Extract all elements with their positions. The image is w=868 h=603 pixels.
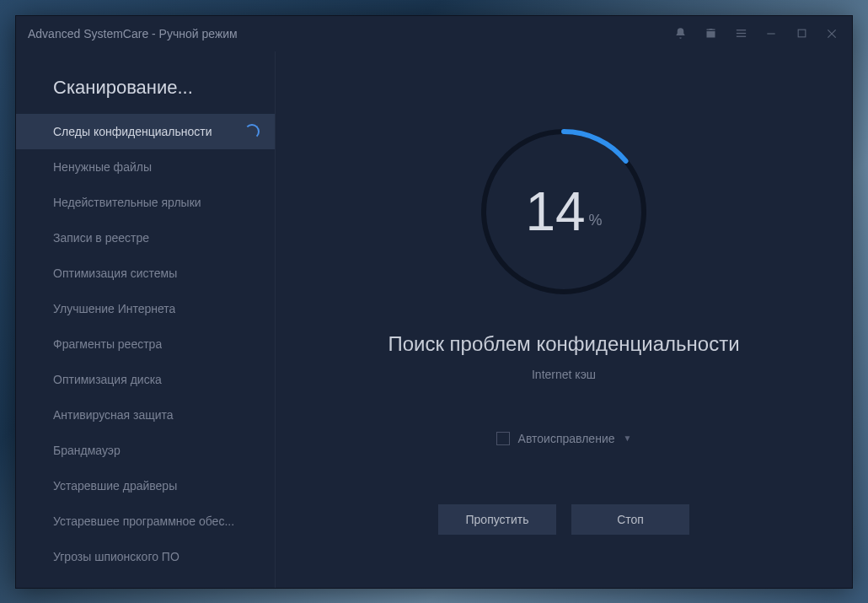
- buttons-row: Пропустить Стоп: [438, 504, 689, 535]
- sidebar-item-sysflaws[interactable]: Недостатки системы: [16, 574, 275, 588]
- spinner-icon: [244, 124, 260, 139]
- sidebar-item-label: Ненужные файлы: [53, 160, 152, 174]
- sidebar-item-label: Устаревшие драйверы: [53, 479, 177, 493]
- window-controls: [667, 20, 845, 47]
- svg-rect-2: [736, 36, 745, 37]
- sidebar-item-label: Оптимизация диска: [53, 373, 162, 386]
- maximize-icon[interactable]: [788, 20, 815, 47]
- sidebar-item-spyware[interactable]: Угрозы шпионского ПО: [16, 539, 275, 574]
- bell-icon[interactable]: [667, 20, 694, 47]
- svg-rect-1: [736, 33, 745, 34]
- sidebar-item-sysopt[interactable]: Оптимизация системы: [16, 256, 275, 291]
- sidebar-item-label: Записи в реестре: [53, 231, 149, 245]
- chevron-down-icon[interactable]: ▼: [624, 433, 632, 443]
- autofix-row: Автоисправление ▼: [496, 432, 632, 445]
- sidebar-item-regfrag[interactable]: Фрагменты реестра: [16, 326, 275, 362]
- main-panel: 14 % Поиск проблем конфиденциальности In…: [276, 51, 852, 588]
- sidebar-item-label: Следы конфиденциальности: [53, 125, 212, 138]
- scan-detail: Internet кэш: [532, 368, 596, 381]
- sidebar-item-firewall[interactable]: Брандмауэр: [16, 433, 275, 468]
- briefcase-icon[interactable]: [697, 20, 724, 47]
- sidebar: Сканирование... Следы конфиденциальности…: [16, 51, 276, 588]
- skip-button[interactable]: Пропустить: [438, 504, 556, 535]
- scan-status: Поиск проблем конфиденциальности: [388, 332, 739, 356]
- progress-center: 14 %: [475, 123, 652, 300]
- svg-rect-0: [736, 30, 745, 30]
- autofix-label: Автоисправление: [518, 432, 615, 445]
- sidebar-item-registry[interactable]: Записи в реестре: [16, 220, 275, 256]
- sidebar-title: Сканирование...: [16, 68, 275, 114]
- autofix-checkbox[interactable]: [496, 432, 510, 445]
- sidebar-item-software[interactable]: Устаревшее программное обес...: [16, 503, 275, 539]
- titlebar: Advanced SystemCare - Ручной режим: [16, 16, 852, 51]
- sidebar-item-label: Оптимизация системы: [53, 267, 177, 280]
- close-icon[interactable]: [818, 20, 845, 47]
- sidebar-items: Следы конфиденциальности Ненужные файлы …: [16, 114, 275, 588]
- menu-icon[interactable]: [727, 20, 754, 47]
- sidebar-item-label: Недостатки системы: [53, 585, 166, 588]
- sidebar-item-privacy[interactable]: Следы конфиденциальности: [16, 114, 275, 149]
- svg-rect-4: [798, 30, 806, 37]
- sidebar-item-internet[interactable]: Улучшение Интернета: [16, 291, 275, 326]
- sidebar-item-label: Антивирусная защита: [53, 408, 174, 422]
- sidebar-item-label: Недействительные ярлыки: [53, 196, 201, 209]
- sidebar-item-label: Улучшение Интернета: [53, 302, 175, 315]
- sidebar-item-drivers[interactable]: Устаревшие драйверы: [16, 468, 275, 503]
- sidebar-item-label: Угрозы шпионского ПО: [53, 550, 179, 563]
- progress-unit: %: [589, 212, 603, 229]
- content: Сканирование... Следы конфиденциальности…: [16, 51, 852, 588]
- progress-ring: 14 %: [475, 123, 652, 300]
- stop-button[interactable]: Стоп: [571, 504, 689, 535]
- sidebar-item-shortcuts[interactable]: Недействительные ярлыки: [16, 185, 275, 220]
- sidebar-item-junk[interactable]: Ненужные файлы: [16, 149, 275, 185]
- sidebar-item-antivirus[interactable]: Антивирусная защита: [16, 397, 275, 433]
- sidebar-item-label: Устаревшее программное обес...: [53, 514, 234, 528]
- window-title: Advanced SystemCare - Ручной режим: [28, 27, 238, 40]
- app-window: Advanced SystemCare - Ручной режим: [15, 15, 853, 589]
- sidebar-item-label: Фрагменты реестра: [53, 337, 162, 351]
- minimize-icon[interactable]: [758, 20, 785, 47]
- sidebar-item-diskopt[interactable]: Оптимизация диска: [16, 362, 275, 397]
- progress-value: 14: [525, 180, 585, 243]
- sidebar-item-label: Брандмауэр: [53, 444, 121, 457]
